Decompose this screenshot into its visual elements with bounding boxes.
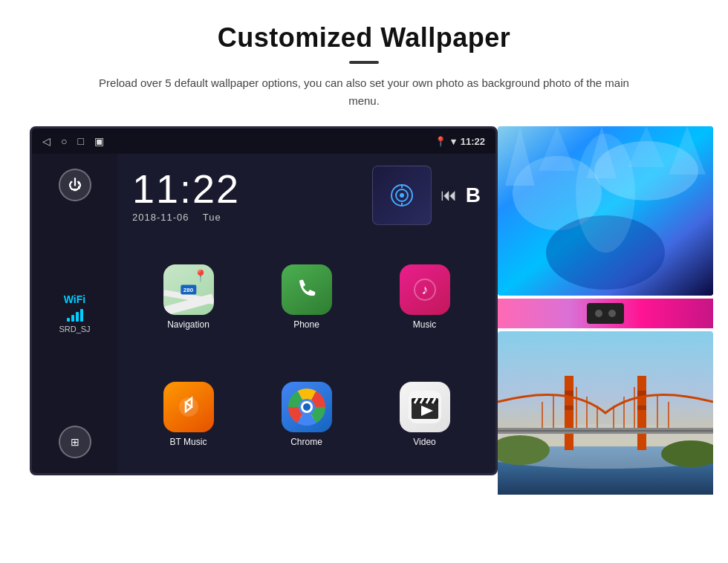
bluetooth-widget[interactable]: B [466,183,481,207]
bt-music-icon [163,382,214,432]
cassette-reel-left [595,310,602,317]
signal-icon: ▾ [451,136,456,147]
video-icon [400,382,450,432]
svg-rect-39 [637,406,646,410]
music-icon: ♪ [400,264,450,315]
navigation-label: Navigation [167,319,209,330]
skip-widget[interactable]: ⏮ [441,186,457,205]
app-navigation[interactable]: 280 📍 Navigation [129,238,247,356]
power-button[interactable]: ⏻ [59,169,91,201]
svg-rect-34 [565,376,573,450]
wifi-bar-2 [71,315,74,322]
cassette-widget [587,303,624,324]
wifi-label: WiFi [59,293,90,305]
title-divider [349,61,379,64]
svg-rect-35 [637,376,646,450]
music-label: Music [413,319,436,330]
chrome-icon [282,382,332,432]
wifi-network: SRD_SJ [59,325,90,333]
navigation-icon: 280 📍 [163,264,214,315]
svg-point-12 [303,403,311,411]
cassette-reel-right [608,310,616,317]
clock-display: 11:22 2018-11-06 Tue [132,169,240,223]
phone-icon [282,264,332,315]
app-bt-music[interactable]: BT Music [129,356,247,473]
wallpaper-cassette[interactable] [498,299,713,328]
clock-widgets: ⏮ B [372,166,481,225]
status-time: 11:22 [461,136,485,147]
wifi-bar-3 [76,312,79,322]
clock-time: 11:22 [132,169,240,209]
bridge-preview [498,331,713,495]
nav-pin-icon: 📍 [193,269,208,283]
svg-rect-41 [498,430,713,432]
wifi-bars [59,308,90,322]
android-sidebar: ⏻ WiFi SRD_SJ ⊞ [32,154,117,473]
wallpaper-ice-cave[interactable] [498,126,713,296]
wifi-bar-4 [80,309,83,322]
android-content: ⏻ WiFi SRD_SJ ⊞ [32,154,495,473]
android-main: 11:22 2018-11-06 Tue [117,154,495,473]
title-section: Customized Wallpaper Preload over 5 defa… [30,22,698,110]
page-title: Customized Wallpaper [30,22,698,53]
back-icon: ◁ [42,135,51,147]
location-icon: 📍 [435,136,446,147]
clock-area: 11:22 2018-11-06 Tue [117,154,495,232]
home-icon: ○ [61,135,67,147]
status-bar: ◁ ○ □ ▣ 📍 ▾ 11:22 [32,128,495,154]
device-section: ◁ ○ □ ▣ 📍 ▾ 11:22 ⏻ WiFi [30,126,698,501]
svg-point-30 [576,134,635,253]
svg-point-2 [400,193,404,198]
screenshot-icon: ▣ [94,135,104,147]
cast-widget[interactable] [372,166,432,225]
wallpaper-bridge[interactable] [498,331,713,501]
all-apps-button[interactable]: ⊞ [59,426,91,458]
video-label: Video [413,437,435,447]
svg-text:♪: ♪ [421,282,428,297]
nav-highway-badge: 280 [181,285,196,295]
svg-rect-38 [565,406,573,410]
app-grid: 280 📍 Navigation [117,232,495,473]
app-music[interactable]: ♪ Music [365,238,484,356]
chrome-label: Chrome [290,437,322,447]
android-device: ◁ ○ □ ▣ 📍 ▾ 11:22 ⏻ WiFi [30,126,498,475]
recents-icon: □ [77,135,83,147]
status-bar-left: ◁ ○ □ ▣ [42,135,104,147]
wallpaper-stack [498,126,713,501]
ice-cave-preview [498,126,713,296]
wifi-widget: WiFi SRD_SJ [59,293,90,333]
wifi-bar-1 [67,318,70,322]
app-phone[interactable]: Phone [247,238,365,356]
page-subtitle: Preload over 5 default wallpaper options… [97,74,631,110]
app-video[interactable]: Video [365,356,484,473]
status-bar-right: 📍 ▾ 11:22 [435,136,485,147]
bt-music-label: BT Music [170,437,207,447]
phone-label: Phone [293,319,319,330]
app-chrome[interactable]: Chrome [247,356,365,473]
clock-date: 2018-11-06 Tue [132,212,240,223]
